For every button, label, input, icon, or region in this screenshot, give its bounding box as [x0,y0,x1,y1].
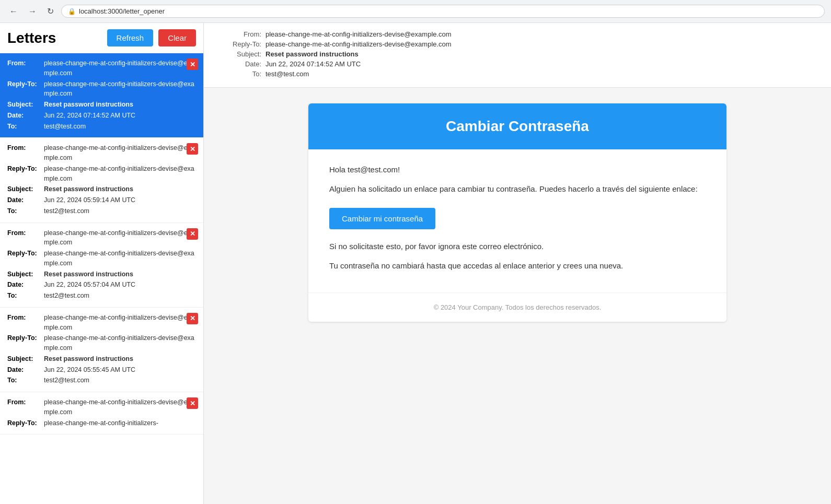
email-to-row-1: To: test@test.com [7,122,196,132]
to-label-1: To: [7,122,44,132]
address-bar[interactable]: 🔒 localhost:3000/letter_opener [61,5,825,18]
email-subject-row-1: Subject: Reset password instructions [7,100,196,110]
forward-button[interactable]: → [25,6,40,17]
email-replyto-row-4: Reply-To: please-change-me-at-config-ini… [7,333,196,353]
footer-text: © 2024 Your Company. Todos los derechos … [434,303,602,311]
email-from-row-5: From: please-change-me-at-config-initial… [7,397,196,417]
sidebar: Letters Refresh Clear ✕ From: please-cha… [0,23,204,504]
email-to-row-4: To: test2@test.com [7,376,196,385]
email-replyto-row-5: Reply-To: please-change-me-at-config-ini… [7,418,196,428]
delete-button-3[interactable]: ✕ [187,228,198,240]
preview-from-label: From: [220,30,261,38]
subject-label-2: Subject: [7,184,44,194]
email-item-1[interactable]: ✕ From: please-change-me-at-config-initi… [0,53,203,138]
from-value-1: please-change-me-at-config-initializers-… [44,58,196,78]
email-from-row-4: From: please-change-me-at-config-initial… [7,313,196,333]
from-label-4: From: [7,313,44,333]
email-date-row-1: Date: Jun 22, 2024 07:14:52 AM UTC [7,111,196,121]
url-text: localhost:3000/letter_opener [79,7,165,15]
date-label-2: Date: [7,195,44,205]
email-date-row-2: Date: Jun 22, 2024 05:59:14 AM UTC [7,195,196,205]
from-value-3: please-change-me-at-config-initializers-… [44,228,196,248]
date-value-3: Jun 22, 2024 05:57:04 AM UTC [44,280,196,290]
to-value-4: test2@test.com [44,376,196,385]
replyto-value-1: please-change-me-at-config-initializers-… [44,79,196,99]
replyto-label-2: Reply-To: [7,164,44,184]
to-label-4: To: [7,376,44,385]
subject-value-4: Reset password instructions [44,354,196,364]
from-value-2: please-change-me-at-config-initializers-… [44,143,196,163]
email-item-5[interactable]: ✕ From: please-change-me-at-config-initi… [0,392,203,435]
to-value-1: test@test.com [44,122,196,132]
date-label-1: Date: [7,111,44,121]
email-card-footer: © 2024 Your Company. Todos los derechos … [308,292,726,322]
email-from-row-2: From: please-change-me-at-config-initial… [7,143,196,163]
date-label-3: Date: [7,280,44,290]
from-label-1: From: [7,58,44,78]
delete-button-2[interactable]: ✕ [187,143,198,155]
email-item-4[interactable]: ✕ From: please-change-me-at-config-initi… [0,308,203,392]
email-body-text: Alguien ha solicitado un enlace para cam… [329,183,706,195]
email-greeting: Hola test@test.com! [329,165,706,174]
preview-to-value: test@test.com [266,70,309,78]
email-card: Cambiar Contraseña Hola test@test.com! A… [308,103,726,322]
browser-chrome: ← → ↻ 🔒 localhost:3000/letter_opener [0,0,831,23]
email-subject-row-4: Subject: Reset password instructions [7,354,196,364]
refresh-button[interactable]: Refresh [107,29,154,46]
sidebar-title: Letters [7,30,102,46]
subject-value-3: Reset password instructions [44,269,196,279]
preview-date-label: Date: [220,60,261,68]
replyto-label-4: Reply-To: [7,333,44,353]
replyto-value-3: please-change-me-at-config-initializers-… [44,249,196,268]
email-date-row-4: Date: Jun 22, 2024 05:55:45 AM UTC [7,365,196,375]
back-button[interactable]: ← [6,6,21,17]
delete-button-4[interactable]: ✕ [187,313,198,324]
replyto-value-2: please-change-me-at-config-initializers-… [44,164,196,184]
refresh-browser-button[interactable]: ↻ [44,5,57,17]
from-value-4: please-change-me-at-config-initializers-… [44,313,196,333]
from-value-5: please-change-me-at-config-initializers-… [44,397,196,417]
preview-from-row: From: please-change-me-at-config-initial… [220,30,815,38]
subject-value-1: Reset password instructions [44,100,196,110]
delete-button-1[interactable]: ✕ [187,58,198,70]
preview-date-row: Date: Jun 22, 2024 07:14:52 AM UTC [220,60,815,68]
email-date-row-3: Date: Jun 22, 2024 05:57:04 AM UTC [7,280,196,290]
delete-button-5[interactable]: ✕ [187,397,198,409]
email-card-body: Hola test@test.com! Alguien ha solicitad… [308,149,726,292]
to-value-2: test2@test.com [44,206,196,216]
preview-replyto-row: Reply-To: please-change-me-at-config-ini… [220,40,815,48]
email-item-3[interactable]: ✕ From: please-change-me-at-config-initi… [0,223,203,308]
email-card-title: Cambiar Contraseña [446,118,589,134]
sidebar-header: Letters Refresh Clear [0,23,203,53]
replyto-label-3: Reply-To: [7,249,44,268]
preview-replyto-label: Reply-To: [220,40,261,48]
email-from-row-1: From: please-change-me-at-config-initial… [7,58,196,78]
preview-subject-label: Subject: [220,50,261,58]
preview-from-value: please-change-me-at-config-initializers-… [266,30,452,38]
subject-value-2: Reset password instructions [44,184,196,194]
cta-button[interactable]: Cambiar mi contraseña [329,208,435,229]
to-label-3: To: [7,291,44,301]
from-label-3: From: [7,228,44,248]
main-layout: Letters Refresh Clear ✕ From: please-cha… [0,23,831,504]
email-to-row-3: To: test2@test.com [7,291,196,301]
replyto-label-5: Reply-To: [7,418,44,428]
email-replyto-row-3: Reply-To: please-change-me-at-config-ini… [7,249,196,268]
preview-date-value: Jun 22, 2024 07:14:52 AM UTC [266,60,361,68]
email-subject-row-3: Subject: Reset password instructions [7,269,196,279]
date-value-4: Jun 22, 2024 05:55:45 AM UTC [44,365,196,375]
email-body-container: Cambiar Contraseña Hola test@test.com! A… [204,88,831,504]
email-card-header: Cambiar Contraseña [308,103,726,149]
email-item-2[interactable]: ✕ From: please-change-me-at-config-initi… [0,138,203,222]
from-label-2: From: [7,143,44,163]
replyto-value-5: please-change-me-at-config-initializers- [44,418,196,428]
replyto-value-4: please-change-me-at-config-initializers-… [44,333,196,353]
preview-to-label: To: [220,70,261,78]
clear-button[interactable]: Clear [158,29,196,46]
date-value-1: Jun 22, 2024 07:14:52 AM UTC [44,111,196,121]
replyto-label-1: Reply-To: [7,79,44,99]
date-label-4: Date: [7,365,44,375]
preview-panel: From: please-change-me-at-config-initial… [204,23,831,504]
email-note-text: Tu contraseña no cambiará hasta que acce… [329,260,706,272]
preview-subject-row: Subject: Reset password instructions [220,50,815,58]
